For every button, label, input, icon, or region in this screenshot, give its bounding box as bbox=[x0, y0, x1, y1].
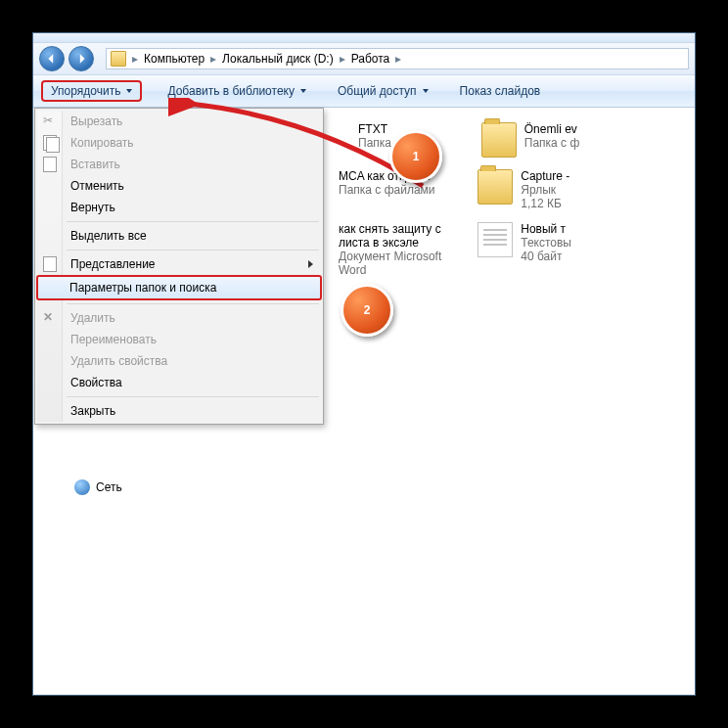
menu-item-copy[interactable]: Копировать bbox=[37, 132, 321, 154]
nav-back-button[interactable] bbox=[39, 46, 65, 71]
menu-separator bbox=[67, 221, 319, 222]
chevron-right-icon: ▸ bbox=[130, 52, 140, 66]
title-bar bbox=[33, 33, 695, 43]
chevron-down-icon bbox=[423, 89, 429, 93]
submenu-arrow-icon bbox=[308, 260, 313, 268]
explorer-window: ▸ Компьютер ▸ Локальный диск (D:) ▸ Рабо… bbox=[32, 32, 696, 696]
menu-item-paste[interactable]: Вставить bbox=[37, 154, 321, 175]
organize-menu: Вырезать Копировать Вставить Отменить Ве… bbox=[34, 108, 324, 425]
chevron-right-icon: ▸ bbox=[338, 52, 347, 66]
folder-icon bbox=[481, 122, 517, 158]
paste-icon bbox=[43, 157, 59, 172]
file-name: FTXT bbox=[358, 122, 391, 136]
menu-item-rename[interactable]: Переименовать bbox=[37, 329, 321, 350]
menu-item-close[interactable]: Закрыть bbox=[37, 400, 321, 422]
file-type: Ярлык bbox=[521, 183, 569, 197]
file-type: Папка bbox=[358, 136, 391, 150]
copy-icon bbox=[43, 135, 59, 151]
annotation-badge-1: 1 bbox=[389, 130, 442, 183]
file-type: Папка с ф bbox=[524, 136, 580, 150]
breadcrumb-computer[interactable]: Компьютер bbox=[140, 52, 208, 66]
share-button[interactable]: Общий доступ bbox=[332, 82, 434, 100]
nav-bar: ▸ Компьютер ▸ Локальный диск (D:) ▸ Рабо… bbox=[33, 43, 695, 75]
shortcut-icon bbox=[478, 169, 513, 205]
breadcrumb[interactable]: ▸ Компьютер ▸ Локальный диск (D:) ▸ Рабо… bbox=[106, 48, 689, 69]
file-size: 40 байт bbox=[521, 250, 571, 263]
menu-item-properties[interactable]: Свойства bbox=[37, 372, 321, 393]
sidebar-item-network[interactable]: Сеть bbox=[51, 476, 146, 499]
breadcrumb-drive[interactable]: Локальный диск (D:) bbox=[218, 52, 338, 66]
file-size: 1,12 КБ bbox=[521, 197, 569, 210]
organize-label: Упорядочить bbox=[51, 84, 120, 98]
add-to-library-label: Добавить в библиотеку bbox=[167, 84, 295, 98]
organize-button[interactable]: Упорядочить bbox=[41, 80, 142, 102]
list-item[interactable]: Önemli ev Папка с ф bbox=[481, 122, 683, 158]
menu-item-cut[interactable]: Вырезать bbox=[37, 111, 321, 132]
chevron-down-icon bbox=[126, 89, 132, 93]
nav-forward-button[interactable] bbox=[68, 46, 94, 71]
menu-item-undo[interactable]: Отменить bbox=[37, 175, 321, 197]
text-file-icon bbox=[478, 222, 513, 257]
menu-separator bbox=[67, 303, 319, 304]
annotation-badge-2: 2 bbox=[341, 284, 393, 337]
menu-item-redo[interactable]: Вернуть bbox=[37, 197, 321, 218]
delete-icon bbox=[43, 310, 59, 326]
menu-item-remove-properties[interactable]: Удалить свойства bbox=[37, 350, 321, 372]
slideshow-button[interactable]: Показ слайдов bbox=[454, 82, 547, 100]
network-icon bbox=[74, 479, 90, 495]
menu-item-select-all[interactable]: Выделить все bbox=[37, 225, 321, 247]
share-label: Общий доступ bbox=[338, 84, 417, 98]
menu-separator bbox=[67, 250, 319, 250]
chevron-right-icon: ▸ bbox=[208, 52, 218, 66]
list-item[interactable]: Новый т Текстовы 40 байт bbox=[478, 222, 683, 263]
chevron-right-icon: ▸ bbox=[393, 52, 403, 66]
file-name: Новый т bbox=[521, 222, 571, 236]
add-to-library-button[interactable]: Добавить в библиотеку bbox=[161, 82, 312, 100]
sidebar-item-label: Сеть bbox=[96, 480, 122, 494]
command-bar: Упорядочить Добавить в библиотеку Общий … bbox=[33, 75, 695, 108]
menu-item-delete[interactable]: Удалить bbox=[37, 307, 321, 329]
cut-icon bbox=[43, 114, 59, 129]
layout-icon bbox=[43, 256, 59, 272]
file-type: Документ Microsoft Word bbox=[339, 250, 466, 277]
file-name: Capture - bbox=[521, 169, 569, 183]
file-type: Текстовы bbox=[521, 236, 571, 250]
menu-item-folder-options[interactable]: Параметры папок и поиска bbox=[36, 275, 322, 300]
breadcrumb-folder[interactable]: Работа bbox=[347, 52, 394, 66]
file-type: Папка с файлами bbox=[339, 183, 435, 197]
file-name: Önemli ev bbox=[524, 122, 580, 136]
menu-separator bbox=[67, 396, 319, 397]
file-name: как снять защиту с листа в эксэле bbox=[339, 222, 466, 250]
chevron-down-icon bbox=[300, 89, 306, 93]
list-item[interactable]: Capture - Ярлык 1,12 КБ bbox=[478, 169, 683, 210]
folder-icon bbox=[111, 51, 126, 67]
menu-item-view[interactable]: Представление bbox=[37, 253, 321, 275]
slideshow-label: Показ слайдов bbox=[460, 84, 541, 98]
